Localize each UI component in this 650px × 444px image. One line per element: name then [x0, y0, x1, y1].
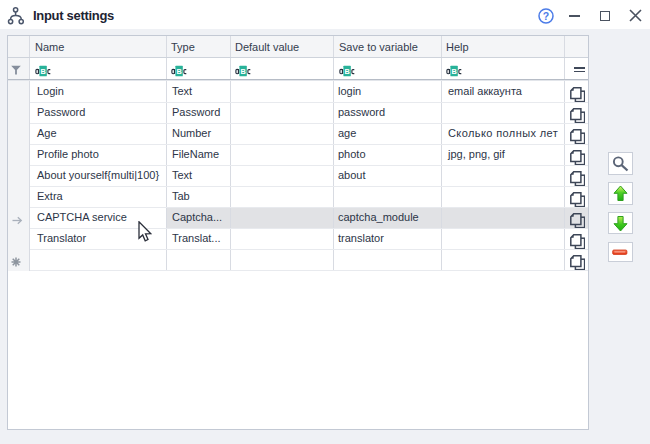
svg-text:B: B: [452, 66, 457, 75]
svg-text:B: B: [241, 66, 246, 75]
svg-text:B: B: [345, 66, 350, 75]
svg-text:?: ?: [543, 10, 549, 22]
svg-text:B: B: [177, 66, 182, 75]
svg-text:B: B: [40, 66, 45, 75]
